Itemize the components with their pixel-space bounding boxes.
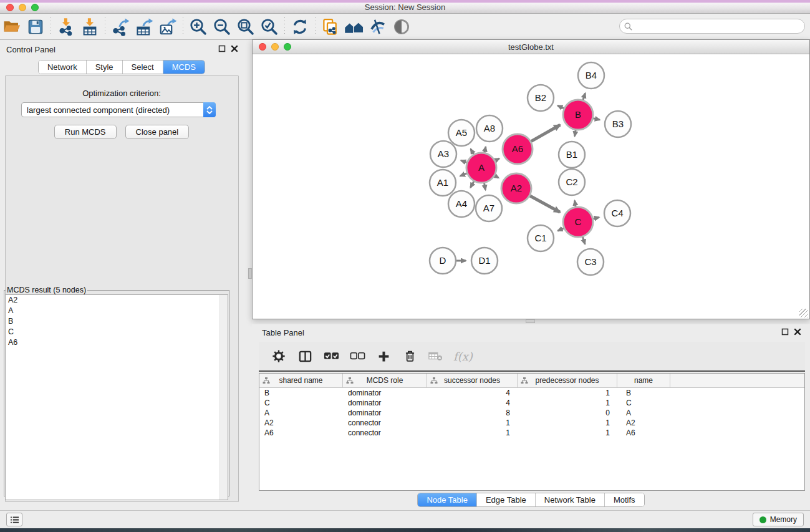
edge-A-A1[interactable] — [460, 173, 468, 177]
network-canvas[interactable]: B4B2BB3A5A8A6B1A3AC2A1A2A4A7C4CC1C3DD1 — [253, 54, 809, 319]
edge-A6-B[interactable] — [531, 125, 560, 142]
mcds-result-item[interactable]: B — [6, 316, 228, 327]
graph-node-A3[interactable]: A3 — [430, 141, 456, 167]
column-settings-button[interactable] — [270, 347, 287, 365]
edge-A-A4[interactable] — [470, 181, 474, 188]
show-graphics-button[interactable] — [390, 16, 413, 38]
edge-C-C1[interactable] — [558, 228, 564, 231]
import-network-button[interactable] — [54, 16, 78, 38]
column-header-name[interactable]: name — [617, 374, 670, 387]
run-mcds-button[interactable]: Run MCDS — [54, 125, 117, 139]
tab-edge-table[interactable]: Edge Table — [477, 493, 536, 506]
search-input[interactable] — [635, 22, 804, 31]
edge-A2-C[interactable] — [529, 195, 560, 212]
graph-node-A7[interactable]: A7 — [476, 195, 502, 221]
refresh-view-button[interactable] — [288, 16, 312, 38]
close-panel-button[interactable]: Close panel — [125, 125, 190, 139]
graph-node-A6[interactable]: A6 — [503, 134, 533, 164]
mcds-result-list[interactable]: A2ABCA6 — [5, 294, 228, 500]
import-table-button[interactable] — [78, 16, 102, 38]
optimization-criterion-select[interactable]: largest connected component (directed) — [21, 102, 216, 117]
column-header-predecessor-nodes[interactable]: predecessor nodes — [518, 374, 617, 387]
zoom-in-button[interactable] — [186, 16, 210, 38]
table-row[interactable]: A6connector11A6 — [259, 428, 804, 438]
graph-node-B2[interactable]: B2 — [528, 85, 554, 111]
column-view-button[interactable] — [296, 347, 314, 365]
graph-node-A8[interactable]: A8 — [476, 115, 503, 142]
network-view-window[interactable]: testGlobe.txt B4B2BB3A5A8A6B1A3AC2A1A2A4… — [252, 39, 810, 319]
home-view-button[interactable] — [342, 16, 366, 38]
save-session-button[interactable] — [24, 16, 47, 38]
graph-node-B[interactable]: B — [563, 100, 593, 130]
deselect-all-columns-button[interactable] — [349, 347, 366, 365]
graph-node-B1[interactable]: B1 — [559, 142, 585, 168]
tab-network-table[interactable]: Network Table — [536, 493, 605, 506]
edge-B-B1[interactable] — [575, 130, 576, 137]
tab-mcds[interactable]: MCDS — [163, 60, 205, 74]
edge-C-C3[interactable] — [582, 236, 585, 244]
table-row[interactable]: Adominator80A — [259, 408, 804, 418]
table-row[interactable]: Bdominator41B — [259, 388, 804, 398]
edge-B-B2[interactable] — [557, 105, 564, 109]
edge-A-A7[interactable] — [484, 183, 485, 190]
tab-style[interactable]: Style — [87, 60, 123, 74]
close-table-panel-icon[interactable] — [794, 328, 801, 336]
graph-node-A2[interactable]: A2 — [501, 173, 531, 203]
network-window-titlebar[interactable]: testGlobe.txt — [253, 40, 809, 54]
table-row[interactable]: Cdominator41C — [259, 398, 804, 408]
export-image-button[interactable] — [156, 16, 180, 38]
export-network-button[interactable] — [108, 16, 132, 38]
graph-node-C4[interactable]: C4 — [604, 200, 630, 226]
graph-node-A4[interactable]: A4 — [448, 191, 475, 217]
graph-node-B3[interactable]: B3 — [605, 111, 631, 137]
memory-button[interactable]: Memory — [753, 513, 804, 526]
graph-node-B4[interactable]: B4 — [578, 62, 604, 89]
edge-B-B4[interactable] — [583, 93, 586, 100]
edge-A-A8[interactable] — [485, 147, 486, 153]
column-header-successor-nodes[interactable]: successor nodes — [427, 374, 518, 387]
float-panel-icon[interactable] — [218, 45, 226, 52]
graph-node-C[interactable]: C — [563, 207, 593, 237]
tab-motifs[interactable]: Motifs — [605, 493, 644, 506]
graph-node-A5[interactable]: A5 — [448, 120, 475, 146]
tab-node-table[interactable]: Node Table — [418, 493, 477, 506]
graph-node-C1[interactable]: C1 — [528, 225, 554, 251]
clone-network-button[interactable] — [319, 16, 342, 38]
graph-node-D[interactable]: D — [430, 248, 456, 274]
edge-B-B3[interactable] — [592, 118, 599, 120]
create-column-button[interactable] — [375, 347, 392, 365]
network-graph[interactable]: B4B2BB3A5A8A6B1A3AC2A1A2A4A7C4CC1C3DD1 — [253, 54, 809, 319]
hide-graphics-button[interactable] — [366, 16, 390, 38]
mcds-result-item[interactable]: A2 — [6, 295, 228, 306]
graph-node-D1[interactable]: D1 — [471, 248, 498, 274]
select-all-columns-button[interactable] — [322, 347, 340, 365]
export-table-button[interactable] — [132, 16, 156, 38]
graph-node-C3[interactable]: C3 — [577, 249, 604, 275]
float-table-panel-icon[interactable] — [781, 328, 789, 336]
close-panel-icon[interactable] — [231, 45, 238, 52]
graph-node-A[interactable]: A — [466, 153, 496, 183]
column-header-mcds-role[interactable]: MCDS role — [343, 374, 427, 387]
vertical-splitter-handle[interactable] — [248, 268, 252, 279]
edge-A-A3[interactable] — [461, 160, 467, 163]
search-field[interactable] — [619, 19, 805, 34]
scrollbar-track[interactable] — [219, 295, 228, 500]
node-table[interactable]: shared nameMCDS rolesuccessor nodesprede… — [259, 373, 805, 491]
tab-select[interactable]: Select — [123, 60, 163, 74]
mcds-result-item[interactable]: A6 — [6, 337, 228, 348]
graph-node-A1[interactable]: A1 — [430, 170, 456, 196]
delete-column-button[interactable] — [401, 347, 418, 365]
window-resize-grip[interactable] — [799, 309, 808, 317]
mcds-result-item[interactable]: C — [6, 327, 228, 337]
open-session-button[interactable] — [0, 16, 24, 38]
zoom-selected-button[interactable] — [258, 16, 281, 38]
table-row[interactable]: A2connector11A2 — [259, 418, 804, 428]
zoom-fit-button[interactable] — [234, 16, 258, 38]
edge-C-C2[interactable] — [575, 201, 576, 208]
column-header-shared-name[interactable]: shared name — [259, 374, 343, 387]
graph-node-C2[interactable]: C2 — [559, 169, 585, 195]
tab-network[interactable]: Network — [39, 60, 87, 74]
edge-A-A5[interactable] — [471, 149, 474, 155]
zoom-out-button[interactable] — [210, 16, 234, 38]
mcds-result-item[interactable]: A — [6, 306, 228, 316]
